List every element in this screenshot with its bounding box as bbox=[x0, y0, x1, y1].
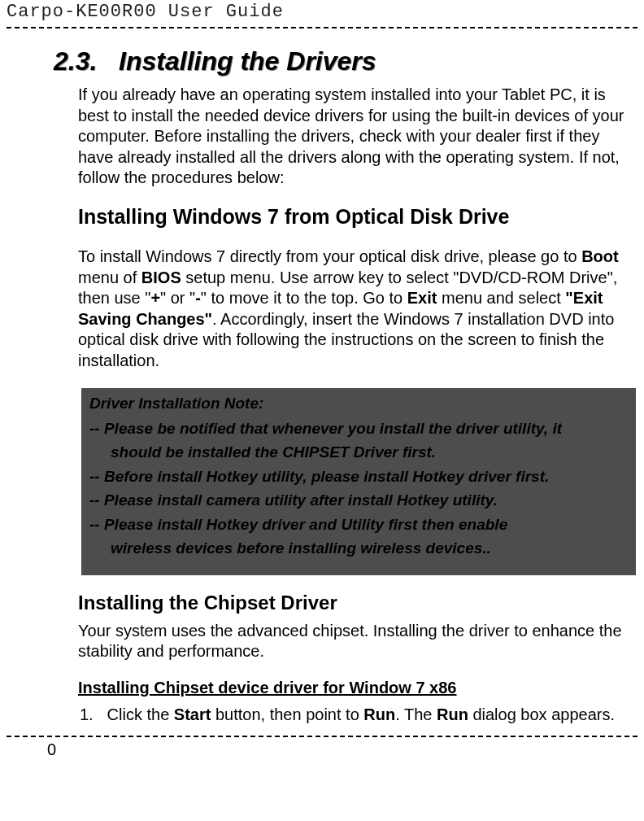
note-line-1b: should be installed the CHIPSET Driver f… bbox=[111, 440, 628, 464]
footer-divider bbox=[7, 736, 637, 737]
bios-term: BIOS bbox=[141, 269, 181, 286]
text-fragment: " or " bbox=[160, 289, 195, 307]
page-number: 0 bbox=[0, 740, 644, 759]
text-fragment: Click the bbox=[107, 705, 174, 723]
exit-term: Exit bbox=[407, 289, 437, 307]
doc-header: Carpo-KE00R00 User Guide bbox=[0, 0, 644, 27]
note-line-1a: -- Please be notified that whenever you … bbox=[89, 417, 628, 440]
text-fragment: " to move it to the top. Go to bbox=[201, 289, 407, 307]
doc-title: Carpo-KE00R00 User Guide bbox=[7, 2, 284, 22]
note-line-4a: -- Please install Hotkey driver and Util… bbox=[89, 513, 628, 536]
plus-key: + bbox=[150, 289, 160, 307]
start-button-term: Start bbox=[174, 705, 211, 723]
section-name: Installing the Drivers bbox=[119, 46, 376, 76]
win7-heading: Installing Windows 7 from Optical Disk D… bbox=[78, 205, 639, 229]
chipset-heading: Installing the Chipset Driver bbox=[78, 592, 639, 614]
text-fragment: button, then point to bbox=[211, 705, 363, 723]
page-content: 2.3. Installing the Drivers If you alrea… bbox=[0, 46, 639, 724]
boot-term: Boot bbox=[581, 247, 619, 265]
note-line-3: -- Please install camera utility after i… bbox=[89, 488, 628, 512]
driver-note-box: Driver Installation Note: -- Please be n… bbox=[81, 388, 636, 575]
text-fragment: dialog box appears. bbox=[468, 705, 615, 723]
text-fragment: To install Windows 7 directly from your … bbox=[78, 247, 581, 265]
run-dialog-term: Run bbox=[437, 705, 468, 723]
win7-paragraph: To install Windows 7 directly from your … bbox=[78, 247, 639, 372]
chipset-text: Your system uses the advanced chipset. I… bbox=[78, 621, 639, 662]
note-line-2: -- Before install Hotkey utility, please… bbox=[89, 465, 628, 488]
step-1: 1. Click the Start button, then point to… bbox=[78, 705, 639, 724]
text-fragment: menu and select bbox=[437, 289, 565, 307]
header-divider bbox=[7, 27, 637, 28]
section-title: 2.3. Installing the Drivers bbox=[54, 46, 639, 76]
section-number: 2.3. bbox=[54, 46, 97, 76]
text-fragment: menu of bbox=[78, 269, 141, 286]
intro-paragraph: If you already have an operating system … bbox=[78, 85, 639, 189]
note-title: Driver Installation Note: bbox=[89, 391, 628, 415]
note-line-4b: wireless devices before installing wirel… bbox=[111, 536, 628, 560]
chipset-subheading: Installing Chipset device driver for Win… bbox=[78, 679, 639, 697]
step-number: 1. bbox=[80, 705, 102, 724]
run-term: Run bbox=[363, 705, 395, 723]
text-fragment: . The bbox=[395, 705, 437, 723]
minus-key: - bbox=[195, 289, 201, 307]
